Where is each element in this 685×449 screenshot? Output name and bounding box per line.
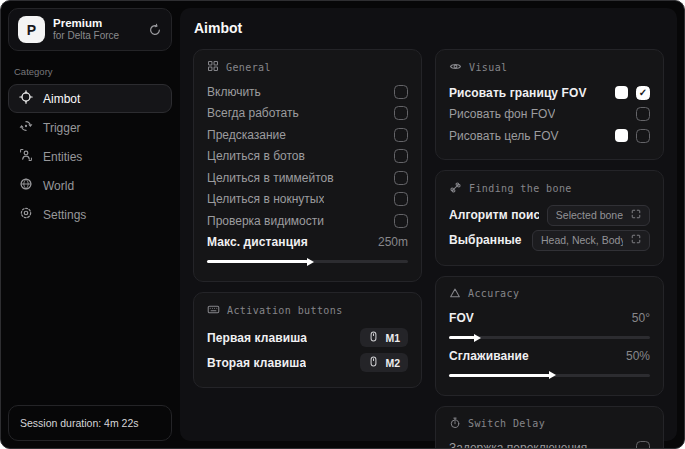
sidebar-item-label: Settings	[43, 208, 86, 222]
setting-row: Выбранные кости Head, Neck, Body, Pe...	[449, 228, 650, 253]
sidebar-item-trigger[interactable]: Trigger	[8, 113, 172, 142]
sidebar-item-aimbot[interactable]: Aimbot	[8, 84, 172, 113]
checkbox-target-teammates[interactable]	[394, 171, 408, 185]
fov-target-color-swatch[interactable]	[615, 129, 628, 142]
sidebar-item-label: Aimbot	[43, 92, 80, 106]
eye-icon	[449, 60, 462, 75]
checkbox-draw-fov-background[interactable]	[636, 107, 650, 121]
section-title: Finding the bone	[469, 183, 572, 194]
setting-row: Рисовать границу FOV ✓	[449, 82, 650, 104]
select-value: Head, Neck, Body, Pe...	[541, 234, 623, 246]
selected-bones-select[interactable]: Head, Neck, Body, Pe...	[532, 230, 650, 251]
setting-row: Алгоритм поиска костей Selected bone	[449, 203, 650, 228]
setting-label: Выбранные кости	[449, 233, 524, 247]
setting-label: Целиться в ботов	[207, 149, 305, 163]
max-distance-slider[interactable]	[207, 260, 408, 263]
left-column: General Включить Всегда работать Предска…	[193, 49, 422, 433]
checkbox-target-knocked[interactable]	[394, 192, 408, 206]
main-panel: Aimbot General Включит	[180, 8, 677, 441]
sidebar-header: P Premium for Delta Force	[8, 8, 172, 51]
fov-slider[interactable]	[449, 336, 650, 339]
slider-thumb[interactable]	[307, 258, 314, 266]
fov-border-color-swatch[interactable]	[615, 86, 628, 99]
app-logo: P	[18, 16, 45, 43]
setting-label: Алгоритм поиска костей	[449, 208, 539, 222]
checkbox-prediction[interactable]	[394, 128, 408, 142]
checkbox-draw-fov-border[interactable]: ✓	[636, 86, 650, 100]
entities-icon	[19, 148, 33, 165]
setting-row: Вторая клавиша M2	[207, 350, 408, 375]
setting-row: Рисовать фон FOV	[449, 104, 650, 126]
setting-row: Макс. дистанция 250m	[207, 232, 408, 254]
setting-row: Проверка видимости	[207, 210, 408, 232]
setting-row: Задержка переключения	[449, 438, 650, 449]
setting-row: Всегда работать	[207, 103, 408, 125]
checkbox-draw-fov-target[interactable]	[636, 129, 650, 143]
setting-label: Всегда работать	[207, 106, 299, 120]
checkbox-switch-delay[interactable]	[636, 441, 650, 449]
checkbox-visibility-check[interactable]	[394, 214, 408, 228]
sidebar-item-settings[interactable]: Settings	[8, 200, 172, 229]
page-title: Aimbot	[194, 20, 663, 36]
bone-search-algorithm-select[interactable]: Selected bone	[547, 205, 650, 226]
checkbox-enable[interactable]	[394, 85, 408, 99]
keybind-value: M2	[385, 357, 400, 369]
slider-value: 250m	[378, 235, 408, 249]
app-window: P Premium for Delta Force Category Aimbo…	[0, 0, 685, 449]
setting-label: Рисовать фон FOV	[449, 107, 555, 121]
app-title: Premium	[53, 16, 119, 30]
sidebar-item-world[interactable]: World	[8, 171, 172, 200]
session-duration: Session duration: 4m 22s	[8, 405, 172, 441]
setting-label: Макс. дистанция	[207, 235, 308, 249]
keyboard-icon	[207, 303, 220, 318]
visual-card: Visual Рисовать границу FOV ✓ Рисовать ф…	[435, 49, 664, 160]
section-title: Accuracy	[468, 288, 519, 299]
accuracy-card: Accuracy FOV 50° Сглаживание 50%	[435, 276, 664, 396]
select-value: Selected bone	[556, 209, 623, 221]
setting-label: Рисовать цель FOV	[449, 129, 559, 143]
sync-icon[interactable]	[148, 23, 162, 37]
bone-icon	[449, 181, 462, 196]
slider-value: 50%	[626, 349, 650, 363]
delta-icon	[449, 287, 461, 301]
setting-row: Предсказание	[207, 124, 408, 146]
keybind-first-key[interactable]: M1	[360, 328, 408, 347]
section-title: Activation buttons	[227, 305, 343, 316]
expand-icon	[631, 209, 641, 221]
setting-row: Включить	[207, 81, 408, 103]
setting-label: FOV	[449, 311, 474, 325]
mouse-icon	[368, 356, 379, 369]
switch-delay-card: Switch Delay Задержка переключения Задер…	[435, 406, 664, 449]
setting-row: Первая клавиша M1	[207, 325, 408, 350]
checkbox-target-bots[interactable]	[394, 149, 408, 163]
crosshair-icon	[19, 90, 33, 107]
sidebar-nav: Aimbot Trigger Entities	[8, 84, 172, 229]
keybind-second-key[interactable]: M2	[360, 353, 408, 372]
setting-row: Целиться в тиммейтов	[207, 167, 408, 189]
setting-label: Целиться в нокнутых	[207, 192, 324, 206]
keybind-value: M1	[385, 332, 400, 344]
setting-label: Проверка видимости	[207, 214, 324, 228]
sidebar-item-label: Trigger	[43, 121, 81, 135]
setting-row: Целиться в ботов	[207, 146, 408, 168]
sidebar-item-label: World	[43, 179, 74, 193]
right-column: Visual Рисовать границу FOV ✓ Рисовать ф…	[435, 49, 664, 433]
world-icon	[19, 177, 33, 194]
app-subtitle: for Delta Force	[53, 30, 119, 43]
setting-label: Вторая клавиша	[207, 356, 306, 370]
smoothing-slider[interactable]	[449, 374, 650, 377]
slider-thumb[interactable]	[549, 371, 556, 379]
setting-row: Сглаживание 50%	[449, 345, 650, 367]
settings-icon	[19, 206, 33, 223]
sidebar-item-entities[interactable]: Entities	[8, 142, 172, 171]
timer-icon	[449, 417, 461, 431]
mouse-icon	[368, 331, 379, 344]
sidebar-item-label: Entities	[43, 150, 82, 164]
general-card: General Включить Всегда работать Предска…	[193, 49, 422, 282]
slider-thumb[interactable]	[474, 334, 481, 342]
bones-card: Finding the bone Алгоритм поиска костей …	[435, 170, 664, 266]
setting-label: Включить	[207, 85, 261, 99]
general-icon	[207, 60, 219, 74]
checkbox-always-work[interactable]	[394, 106, 408, 120]
activation-card: Activation buttons Первая клавиша M1	[193, 292, 422, 388]
